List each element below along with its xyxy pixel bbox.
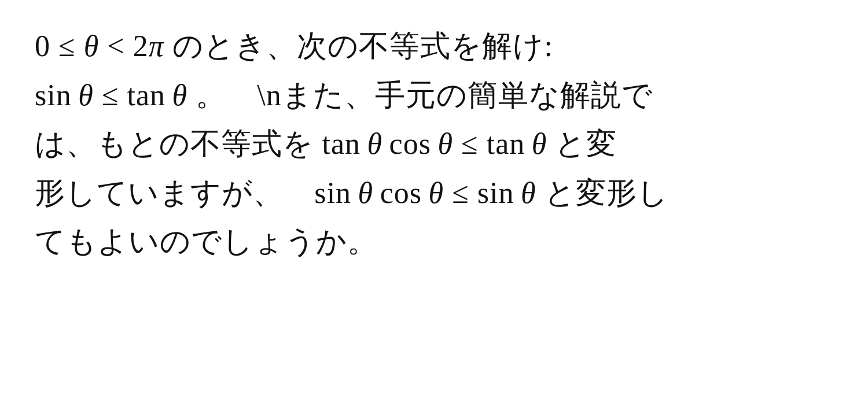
math-paragraph: 0 ≤ θ < 2π のとき、次の不等式を解け: sin θ ≤ tan θ 。… bbox=[35, 23, 833, 265]
line-4: 形していますが、 sin θ cos θ ≤ sin θ と変形し bbox=[35, 170, 833, 217]
main-content: 0 ≤ θ < 2π のとき、次の不等式を解け: sin θ ≤ tan θ 。… bbox=[35, 23, 833, 268]
line-2: sin θ ≤ tan θ 。 \nまた、手元の簡単な解説で bbox=[35, 72, 833, 119]
line-3: は、もとの不等式を tan θ cos θ ≤ tan θ と変 bbox=[35, 121, 833, 168]
line-5: てもよいのでしょうか。 bbox=[35, 219, 833, 265]
line-1: 0 ≤ θ < 2π のとき、次の不等式を解け: bbox=[35, 23, 833, 70]
